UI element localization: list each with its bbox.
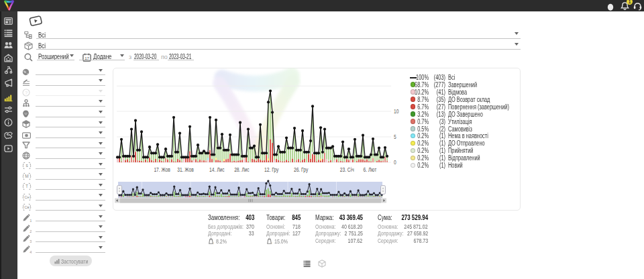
svg-text:14. Лис: 14. Лис <box>209 166 225 173</box>
svg-text:0: 0 <box>394 160 396 166</box>
svg-text:26. Гру: 26. Гру <box>294 166 308 173</box>
svg-text:31. Жов: 31. Жов <box>177 166 193 173</box>
svg-text:12. Гру: 12. Гру <box>264 166 278 173</box>
svg-text:6. Лют: 6. Лют <box>364 166 377 173</box>
svg-text:10: 10 <box>394 109 399 115</box>
svg-text:28. Лис: 28. Лис <box>234 166 250 173</box>
svg-text:23. Січ: 23. Січ <box>340 166 354 173</box>
svg-text:5: 5 <box>394 134 396 141</box>
svg-text:17. Жов: 17. Жов <box>154 166 170 173</box>
